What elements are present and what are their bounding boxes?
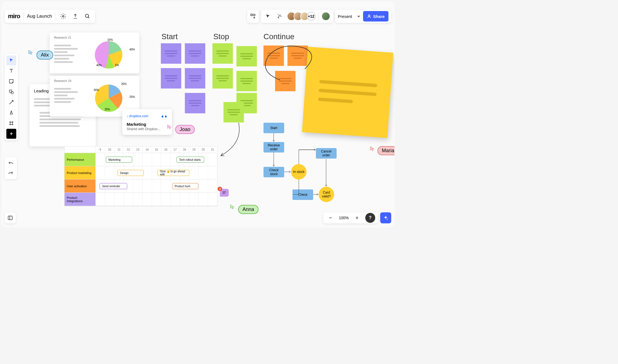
- sticky-note[interactable]: [212, 68, 233, 89]
- top-toolbar: miro Aug Launch: [5, 10, 95, 23]
- gantt-chart[interactable]: 9101112131415161718192021 Performance Ma…: [64, 146, 217, 206]
- reactions-icon[interactable]: [275, 12, 284, 21]
- search-icon[interactable]: [83, 12, 92, 21]
- apps-button[interactable]: [247, 10, 259, 23]
- dropbox-subtitle: Shared with Dropbox...: [127, 127, 167, 131]
- zoom-out-button[interactable]: [326, 213, 335, 222]
- help-button[interactable]: ?: [365, 213, 375, 223]
- cursor-anna: Anna: [230, 199, 259, 214]
- settings-icon[interactable]: [59, 12, 68, 21]
- sticky-note[interactable]: [212, 43, 233, 64]
- frame-tool[interactable]: [6, 118, 16, 128]
- sticky-note[interactable]: [236, 71, 257, 91]
- canvas[interactable]: Leading in the Digital Age Research 21 1…: [1, 1, 395, 228]
- svg-point-3: [63, 15, 64, 17]
- line-tool[interactable]: [6, 97, 16, 107]
- avatar-overflow-count[interactable]: +12: [307, 12, 316, 21]
- chart-title: Research 19: [54, 79, 71, 82]
- connector-arrow: [217, 121, 247, 160]
- board-title[interactable]: Aug Launch: [27, 14, 52, 19]
- redo-button[interactable]: [6, 168, 16, 178]
- gantt-task[interactable]: Give 👍 to go ahead with: [158, 170, 189, 176]
- left-toolbar: [5, 54, 18, 140]
- person-icon: [367, 14, 371, 18]
- sticky-note[interactable]: [161, 68, 181, 89]
- dropbox-icon: ⬧⬧: [161, 113, 167, 119]
- column-header-stop: Stop: [213, 32, 229, 41]
- sticky-note[interactable]: [236, 46, 257, 66]
- export-icon[interactable]: [71, 12, 80, 21]
- gantt-task[interactable]: Marketing: [106, 157, 132, 163]
- svg-point-7: [369, 15, 370, 16]
- more-tools[interactable]: [6, 129, 16, 139]
- shape-tool[interactable]: [6, 87, 16, 97]
- dropbox-card[interactable]: ↓ dropbox.com ⬧⬧ Marketing Shared with D…: [122, 109, 172, 135]
- panel-toggle[interactable]: [5, 212, 16, 223]
- column-header-start: Start: [161, 32, 178, 41]
- sticky-note[interactable]: [185, 93, 205, 113]
- logo[interactable]: miro: [8, 13, 20, 20]
- cursor-joao: Joao: [167, 119, 195, 134]
- gantt-task[interactable]: Design: [118, 170, 144, 176]
- chart-title: Research 21: [54, 36, 71, 39]
- svg-point-4: [86, 14, 89, 18]
- current-user-avatar[interactable]: [321, 12, 330, 21]
- sticky-note[interactable]: [185, 43, 205, 64]
- cursor-maria: Maria: [370, 142, 395, 155]
- sticky-note[interactable]: [161, 43, 181, 64]
- svg-point-6: [253, 14, 255, 16]
- pen-tool[interactable]: [6, 108, 16, 118]
- connector-line: [261, 44, 319, 94]
- svg-rect-5: [251, 14, 252, 16]
- sticky-note[interactable]: [185, 68, 205, 89]
- text-tool[interactable]: [6, 66, 16, 76]
- svg-rect-10: [8, 216, 12, 220]
- select-tool[interactable]: [6, 55, 16, 65]
- comment-count-badge: 3: [218, 187, 222, 191]
- undo-button[interactable]: [6, 158, 16, 168]
- cursor-alix: Alix: [28, 45, 53, 60]
- gantt-task[interactable]: Send reminder: [100, 183, 127, 189]
- gantt-task[interactable]: Product hunt: [172, 183, 198, 189]
- svg-point-9: [11, 92, 13, 94]
- column-header-continue: Continue: [263, 32, 294, 41]
- present-button[interactable]: Present: [338, 14, 361, 19]
- comment-bubble[interactable]: 3: [220, 189, 229, 197]
- dropbox-title: Marketing: [127, 122, 167, 127]
- sticky-tool[interactable]: [6, 76, 16, 86]
- chart-card-r21[interactable]: Research 21 15% 40% 5% 40%: [50, 33, 139, 73]
- ai-assist-button[interactable]: [380, 212, 391, 223]
- share-button[interactable]: Share: [363, 11, 388, 22]
- flow-connectors: [262, 122, 345, 202]
- zoom-level[interactable]: 100%: [339, 216, 349, 220]
- cursor-mode-icon[interactable]: [264, 12, 273, 21]
- undo-redo-group: [5, 157, 17, 179]
- gantt-task[interactable]: Tech rollout starts: [177, 157, 204, 163]
- sticky-note[interactable]: [223, 102, 244, 122]
- chevron-down-icon: [357, 15, 360, 18]
- collaborator-avatars[interactable]: +12: [287, 12, 316, 21]
- zoom-in-button[interactable]: [353, 213, 361, 222]
